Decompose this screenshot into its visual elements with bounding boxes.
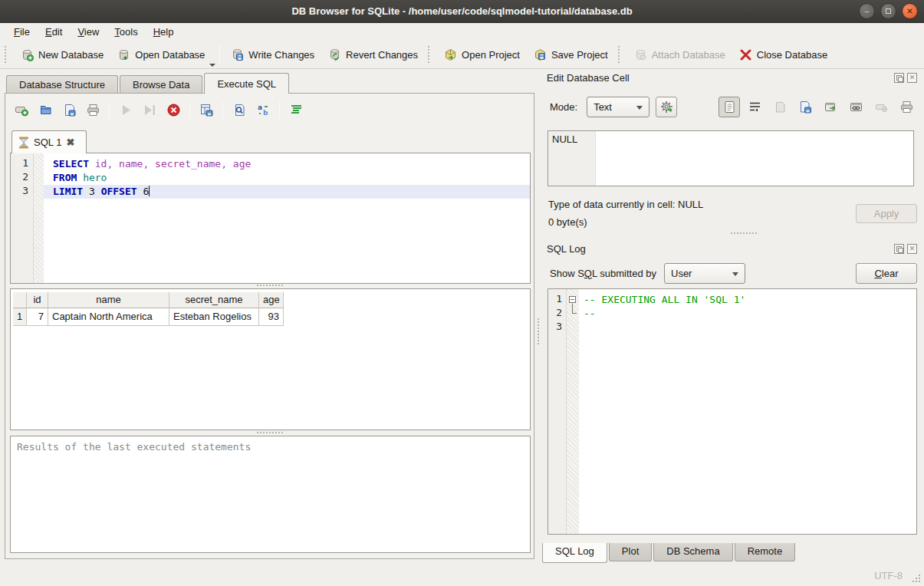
print-icon	[86, 103, 100, 117]
mode-value: Text	[594, 101, 612, 113]
save-project-button[interactable]: Save Project	[527, 45, 615, 64]
open-sql-file-button[interactable]	[35, 100, 55, 120]
dock-tab-sql-log[interactable]: SQL Log	[542, 543, 607, 563]
revert-changes-icon	[328, 48, 341, 61]
new-database-button[interactable]: New Database	[14, 45, 110, 64]
fold-corner	[572, 313, 577, 314]
save-results-button[interactable]	[196, 100, 216, 120]
window-title: DB Browser for SQLite - /home/user/code/…	[291, 5, 632, 17]
clear-log-button[interactable]: Clear	[856, 263, 917, 284]
menu-view[interactable]: View	[70, 25, 107, 39]
print-sql-button[interactable]	[83, 100, 103, 120]
tab-browse-data[interactable]: Browse Data	[120, 75, 202, 94]
corner-header[interactable]	[13, 292, 27, 308]
toolbar-grip[interactable]	[618, 46, 624, 63]
toolbar-grip[interactable]	[5, 46, 11, 63]
chevron-down-icon	[732, 272, 738, 276]
close-sql-tab-icon[interactable]: ✖	[66, 137, 74, 148]
execute-current-line-button[interactable]	[140, 100, 159, 120]
link-icon	[849, 100, 863, 114]
float-panel-icon[interactable]	[894, 244, 904, 254]
mode-combobox[interactable]: Text	[587, 97, 649, 117]
open-project-button[interactable]: Open Project	[437, 45, 527, 64]
import-cell-data-button[interactable]	[769, 97, 791, 117]
maximize-button[interactable]	[880, 3, 896, 19]
find-icon	[232, 103, 247, 117]
write-changes-button[interactable]: Write Changes	[224, 45, 321, 64]
close-button[interactable]: ✕	[902, 3, 918, 19]
minimize-button[interactable]: –	[859, 3, 875, 19]
new-sql-tab-button[interactable]	[12, 100, 31, 120]
cell-age[interactable]: 93	[259, 308, 284, 326]
log-line: -- EXECUTING ALL IN 'SQL 1'	[579, 293, 916, 307]
attach-database-button[interactable]: Attach Database	[627, 45, 732, 64]
tab-execute-sql[interactable]: Execute SQL	[204, 73, 289, 94]
print-cell-button[interactable]	[896, 97, 917, 117]
execute-all-button[interactable]	[116, 100, 136, 120]
auto-switch-mode-button[interactable]	[656, 97, 677, 117]
dock-tab-plot[interactable]: Plot	[609, 543, 652, 561]
cell-id[interactable]: 7	[27, 308, 48, 326]
open-database-button[interactable]: Open Database	[110, 45, 212, 64]
tab-database-structure[interactable]: Database Structure	[6, 75, 118, 94]
open-database-dropdown[interactable]	[209, 64, 215, 67]
save-sql-file-button[interactable]	[59, 100, 79, 120]
stop-execution-button[interactable]	[163, 100, 183, 120]
results-message-splitter[interactable]	[257, 432, 283, 433]
editor-results-splitter[interactable]	[257, 285, 283, 286]
main-vertical-splitter[interactable]	[538, 318, 539, 344]
float-panel-icon[interactable]	[894, 73, 904, 83]
column-header-name[interactable]: name	[48, 292, 169, 308]
replace-text-icon: ab	[256, 103, 271, 117]
copy-link-button[interactable]	[845, 97, 866, 117]
revert-changes-button[interactable]: Revert Changes	[321, 45, 425, 64]
cell-secret-name[interactable]: Esteban Rogelios	[169, 308, 259, 326]
apply-button[interactable]: Apply	[856, 204, 917, 223]
column-header-secret-name[interactable]: secret_name	[169, 292, 259, 308]
status-bar: UTF-8	[0, 564, 924, 586]
sql-tab-sql1[interactable]: SQL 1 ✖	[12, 130, 87, 153]
toolbar-grip[interactable]	[428, 46, 434, 63]
close-database-button[interactable]: Close Database	[732, 45, 835, 64]
cell-editor-text-area[interactable]	[596, 131, 913, 186]
dock-splitter[interactable]	[731, 232, 757, 234]
log-text-area: -- EXECUTING ALL IN 'SQL 1' --	[579, 289, 916, 534]
find-button[interactable]	[229, 100, 249, 120]
execute-sql-panel: ab SQL 1 ✖ 1 2 3 SELECT id, name, secret…	[5, 93, 534, 559]
menu-file[interactable]: File	[6, 25, 38, 39]
cell-type-info: Type of data currently in cell: NULL	[548, 199, 855, 210]
line-number-gutter: 1 2 3	[11, 153, 34, 283]
table-row[interactable]: 1 7 Captain North America Esteban Rogeli…	[13, 308, 284, 326]
log-fold-margin[interactable]	[567, 289, 579, 534]
import-file-icon	[773, 100, 788, 114]
external-window-icon	[824, 100, 838, 114]
sql-editor[interactable]: 1 2 3 SELECT id, name, secret_name, age …	[10, 153, 531, 284]
menu-edit[interactable]: Edit	[38, 25, 70, 39]
submitted-by-combobox[interactable]: User	[664, 263, 745, 284]
text-mode-button[interactable]	[718, 97, 740, 117]
sql-text-area[interactable]: SELECT id, name, secret_name, age FROM h…	[44, 153, 530, 283]
word-wrap-button[interactable]	[744, 97, 765, 117]
resize-grip[interactable]	[911, 573, 921, 583]
dock-tab-db-schema[interactable]: DB Schema	[653, 543, 732, 561]
format-sql-button[interactable]	[286, 100, 306, 120]
print-icon	[899, 100, 914, 114]
dock-tab-remote[interactable]: Remote	[735, 543, 796, 561]
svg-text:a: a	[258, 104, 262, 111]
cell-value-editor[interactable]: NULL	[547, 130, 914, 186]
menu-tools[interactable]: Tools	[107, 25, 145, 39]
new-tab-icon	[15, 103, 29, 117]
menu-help[interactable]: Help	[146, 25, 182, 39]
cell-name[interactable]: Captain North America	[48, 308, 169, 326]
close-panel-icon[interactable]: ✕	[907, 73, 917, 83]
open-file-icon	[38, 103, 53, 117]
set-null-button[interactable]	[870, 97, 892, 117]
column-header-age[interactable]: age	[259, 292, 284, 308]
close-panel-icon[interactable]: ✕	[907, 244, 917, 254]
fold-collapse-icon[interactable]	[569, 296, 576, 303]
export-cell-data-button[interactable]	[794, 97, 816, 117]
open-in-external-app-button[interactable]	[820, 97, 841, 117]
column-header-id[interactable]: id	[27, 292, 48, 308]
replace-button[interactable]: ab	[253, 100, 273, 120]
row-header[interactable]: 1	[13, 308, 27, 326]
